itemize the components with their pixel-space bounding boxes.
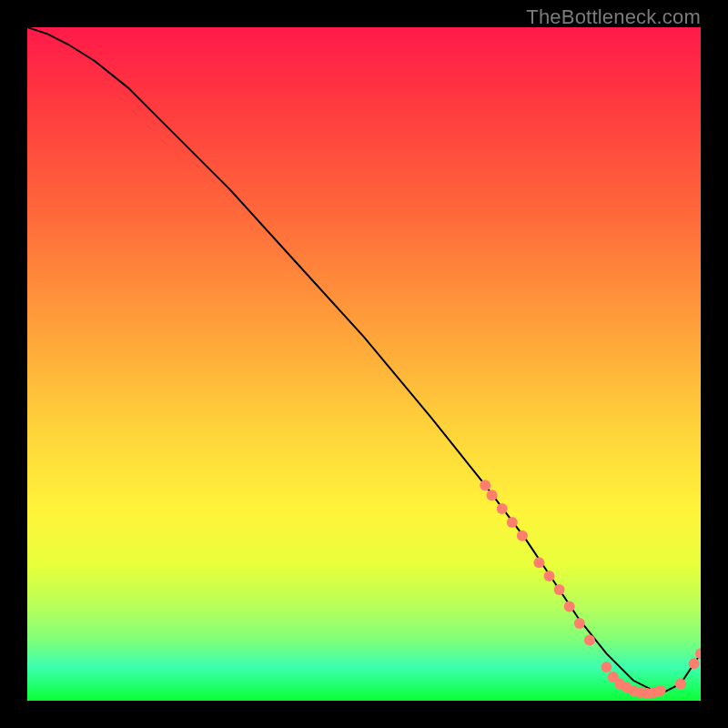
plot-area <box>27 27 701 701</box>
bottleneck-curve <box>27 27 701 694</box>
data-points <box>480 480 701 699</box>
data-point <box>517 531 528 541</box>
data-point <box>564 601 575 612</box>
data-point <box>533 557 544 568</box>
data-point <box>554 584 565 595</box>
data-point <box>497 503 508 514</box>
data-point <box>507 517 518 528</box>
data-point <box>608 672 619 682</box>
data-point <box>622 682 632 693</box>
data-point <box>584 634 595 645</box>
data-point <box>689 658 700 669</box>
data-point <box>614 679 625 690</box>
data-point <box>628 685 639 696</box>
chart-svg <box>27 27 701 701</box>
data-point <box>648 687 659 698</box>
data-point <box>480 480 490 490</box>
data-point <box>695 648 701 659</box>
data-point <box>655 685 666 696</box>
data-point <box>601 662 612 672</box>
data-point <box>544 571 555 581</box>
data-point <box>634 687 645 698</box>
data-point <box>574 618 585 629</box>
watermark-text: TheBottleneck.com <box>526 5 701 29</box>
data-point <box>642 688 652 699</box>
data-point <box>675 679 686 690</box>
data-point <box>487 490 498 500</box>
chart-frame: TheBottleneck.com <box>0 0 728 728</box>
